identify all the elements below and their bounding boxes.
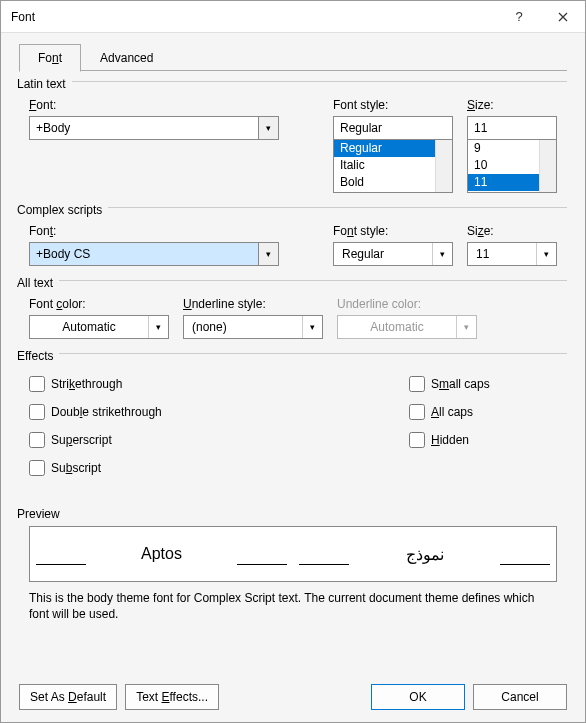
font-dialog: Font ? Font Advanced Latin text Font: — [0, 0, 586, 723]
group-preview: Preview Aptos نموذج — [19, 496, 567, 626]
underline-style-dropdown[interactable]: (none) ▾ — [183, 315, 323, 339]
complex-style-label: Font style: — [333, 224, 453, 238]
cancel-button[interactable]: Cancel — [473, 684, 567, 710]
preview-latin: Aptos — [30, 527, 293, 581]
checkbox[interactable] — [29, 460, 45, 476]
help-button[interactable]: ? — [497, 1, 541, 33]
complex-size-label: Size: — [467, 224, 557, 238]
complex-size-value: 11 — [468, 247, 536, 261]
scrollbar[interactable] — [435, 140, 452, 192]
group-effects-title: Effects — [17, 349, 59, 363]
tab-font[interactable]: Font — [19, 44, 81, 72]
complex-style-dropdown[interactable]: Regular ▾ — [333, 242, 453, 266]
latin-style-list[interactable]: Regular Italic Bold — [333, 139, 453, 193]
checkbox[interactable] — [29, 376, 45, 392]
complex-font-input[interactable] — [30, 243, 258, 265]
underline-color-value: Automatic — [338, 320, 456, 334]
group-latin: Latin text Font: ▾ Font style: — [19, 81, 567, 197]
underline-color-label: Underline color: — [337, 297, 477, 311]
dialog-title: Font — [11, 10, 497, 24]
underline-style-value: (none) — [184, 320, 302, 334]
tab-advanced[interactable]: Advanced — [81, 44, 172, 72]
chevron-down-icon[interactable]: ▾ — [536, 243, 556, 265]
chevron-down-icon[interactable]: ▾ — [258, 243, 278, 265]
checkbox[interactable] — [29, 432, 45, 448]
group-complex: Complex scripts Font: ▾ Font style: — [19, 207, 567, 270]
chevron-down-icon: ▾ — [456, 316, 476, 338]
latin-font-label: Font: — [29, 98, 319, 112]
chk-hidden[interactable]: Hidden — [409, 430, 490, 450]
preview-complex-text: نموذج — [406, 545, 444, 564]
complex-font-combo[interactable]: ▾ — [29, 242, 279, 266]
dialog-footer: Set As Default Text Effects... OK Cancel — [1, 672, 585, 722]
chk-superscript[interactable]: Superscript — [29, 430, 409, 450]
checkbox[interactable] — [29, 404, 45, 420]
group-effects: Effects Strikethrough Double strikethrou… — [19, 353, 567, 486]
complex-style-value: Regular — [334, 247, 432, 261]
preview-line — [299, 564, 349, 565]
preview-latin-text: Aptos — [141, 545, 182, 563]
preview-description: This is the body theme font for Complex … — [29, 590, 557, 622]
checkbox[interactable] — [409, 404, 425, 420]
chevron-down-icon[interactable]: ▾ — [148, 316, 168, 338]
tab-bar: Font Advanced — [19, 43, 567, 71]
text-effects-button[interactable]: Text Effects... — [125, 684, 219, 710]
set-default-button[interactable]: Set As Default — [19, 684, 117, 710]
latin-size-label: Size: — [467, 98, 557, 112]
scrollbar[interactable] — [539, 140, 556, 192]
preview-line — [237, 564, 287, 565]
chevron-down-icon[interactable]: ▾ — [432, 243, 452, 265]
underline-style-label: Underline style: — [183, 297, 323, 311]
group-complex-title: Complex scripts — [17, 203, 108, 217]
group-alltext: All text Font color: Automatic ▾ Underli… — [19, 280, 567, 343]
group-preview-title: Preview — [17, 507, 66, 521]
close-button[interactable] — [541, 1, 585, 33]
latin-size-list[interactable]: 9 10 11 — [467, 139, 557, 193]
latin-style-input-box[interactable] — [333, 116, 453, 140]
chevron-down-icon[interactable]: ▾ — [258, 117, 278, 139]
tab-panel-font: Latin text Font: ▾ Font style: — [19, 70, 567, 626]
close-icon — [558, 12, 568, 22]
complex-font-label: Font: — [29, 224, 319, 238]
chevron-down-icon[interactable]: ▾ — [302, 316, 322, 338]
latin-size-input[interactable] — [468, 117, 586, 139]
latin-font-input[interactable] — [30, 117, 258, 139]
chk-double-strike[interactable]: Double strikethrough — [29, 402, 409, 422]
checkbox[interactable] — [409, 432, 425, 448]
preview-line — [500, 564, 550, 565]
complex-size-dropdown[interactable]: 11 ▾ — [467, 242, 557, 266]
group-alltext-title: All text — [17, 276, 59, 290]
latin-font-combo[interactable]: ▾ — [29, 116, 279, 140]
chk-strikethrough[interactable]: Strikethrough — [29, 374, 409, 394]
titlebar: Font ? — [1, 1, 585, 33]
font-color-label: Font color: — [29, 297, 169, 311]
checkbox[interactable] — [409, 376, 425, 392]
latin-style-label: Font style: — [333, 98, 453, 112]
font-color-dropdown[interactable]: Automatic ▾ — [29, 315, 169, 339]
chk-subscript[interactable]: Subscript — [29, 458, 409, 478]
dialog-body: Font Advanced Latin text Font: ▾ — [1, 33, 585, 672]
preview-box: Aptos نموذج — [29, 526, 557, 582]
ok-button[interactable]: OK — [371, 684, 465, 710]
preview-line — [36, 564, 86, 565]
underline-color-dropdown: Automatic ▾ — [337, 315, 477, 339]
group-latin-title: Latin text — [17, 77, 72, 91]
preview-complex: نموذج — [293, 527, 556, 581]
font-color-value: Automatic — [30, 320, 148, 334]
latin-size-input-box[interactable] — [467, 116, 557, 140]
chk-all-caps[interactable]: All caps — [409, 402, 490, 422]
chk-small-caps[interactable]: Small caps — [409, 374, 490, 394]
